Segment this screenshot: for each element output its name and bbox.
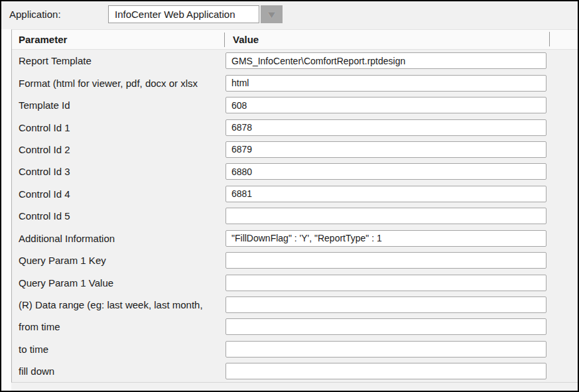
table-rows: Report Template Format (html for viewer,… xyxy=(12,50,578,382)
table-row: Control Id 5 xyxy=(12,205,578,227)
table-row: from time xyxy=(12,316,578,338)
table-row: Query Param 1 Key xyxy=(12,249,578,271)
value-input[interactable] xyxy=(225,296,547,313)
param-label: Control Id 2 xyxy=(12,144,225,155)
value-input[interactable] xyxy=(225,341,547,358)
value-input[interactable] xyxy=(225,318,547,335)
column-header-value: Value xyxy=(225,34,578,45)
table-row: (R) Data range (eg: last week, last mont… xyxy=(12,294,578,316)
param-label: Control Id 5 xyxy=(12,210,225,222)
value-input[interactable] xyxy=(225,208,547,224)
chevron-down-icon: ▼ xyxy=(265,9,278,19)
value-input[interactable] xyxy=(225,97,547,113)
value-input[interactable] xyxy=(225,186,547,202)
param-label: Additional Information xyxy=(12,233,225,244)
param-label: Query Param 1 Key xyxy=(12,255,225,266)
param-label: Control Id 3 xyxy=(12,166,225,177)
table-header-row: Parameter Value xyxy=(12,30,578,50)
param-label: Query Param 1 Value xyxy=(12,277,225,289)
application-dropdown-button[interactable]: ▼ xyxy=(261,5,283,23)
application-dropdown-value[interactable]: InfoCenter Web Application xyxy=(108,5,259,23)
application-dropdown[interactable]: InfoCenter Web Application ▼ xyxy=(108,5,283,23)
value-input[interactable] xyxy=(225,75,547,92)
table-row: Control Id 3 xyxy=(12,161,578,182)
parameter-table: Parameter Value Report Template Format (… xyxy=(11,29,578,383)
application-topbar: Application: InfoCenter Web Application … xyxy=(1,1,578,29)
table-row: Query Param 1 Value xyxy=(12,271,578,293)
param-label: Format (html for viewer, pdf, docx or xl… xyxy=(12,78,225,89)
value-input[interactable] xyxy=(225,230,547,247)
param-label: from time xyxy=(12,321,225,332)
param-label: Report Template xyxy=(12,55,225,66)
value-input[interactable] xyxy=(225,163,547,180)
param-label: Template Id xyxy=(12,99,225,111)
value-input[interactable] xyxy=(225,363,547,379)
value-input[interactable] xyxy=(225,252,547,269)
value-input[interactable] xyxy=(225,275,547,291)
left-margin xyxy=(1,29,11,391)
table-row: Template Id xyxy=(12,94,578,116)
column-divider xyxy=(549,32,550,46)
param-label: Control Id 4 xyxy=(12,188,225,200)
application-label: Application: xyxy=(9,9,61,20)
table-row: to time xyxy=(12,338,578,360)
param-label: fill down xyxy=(12,365,225,377)
table-row: Control Id 1 xyxy=(12,116,578,138)
param-label: Control Id 1 xyxy=(12,122,225,133)
value-input[interactable] xyxy=(225,119,547,136)
table-row: Report Template xyxy=(12,50,578,72)
table-row: Additional Information xyxy=(12,228,578,249)
column-header-parameter: Parameter xyxy=(12,34,224,45)
param-label: (R) Data range (eg: last week, last mont… xyxy=(12,299,225,310)
value-input[interactable] xyxy=(225,141,547,158)
table-row: Control Id 2 xyxy=(12,139,578,161)
value-input[interactable] xyxy=(225,52,547,69)
table-row: Format (html for viewer, pdf, docx or xl… xyxy=(12,72,578,94)
table-row: Control Id 4 xyxy=(12,183,578,205)
table-row: fill down xyxy=(12,360,578,382)
param-label: to time xyxy=(12,344,225,355)
